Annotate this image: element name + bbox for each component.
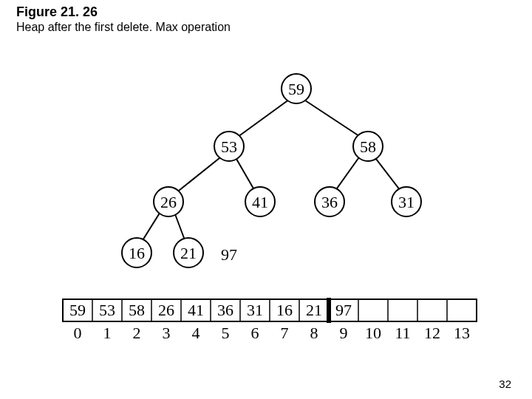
arr-index: 0 [74,324,82,342]
arr-index: 3 [163,324,171,342]
arr-cell: 41 [188,301,204,319]
arr-cell: 97 [335,301,352,319]
svg-line-5 [373,155,403,194]
arr-index: 8 [310,324,318,342]
arr-cell: 53 [99,301,115,319]
page-number: 32 [499,378,511,390]
arr-index: 13 [454,324,470,342]
node-6: 31 [392,187,421,216]
arr-index: 10 [365,324,381,342]
svg-line-0 [235,98,292,139]
node-value: 41 [252,193,268,211]
arr-index: 7 [281,324,289,342]
figure-caption: Heap after the first delete. Max operati… [16,21,231,34]
node-2: 58 [353,132,383,161]
arr-index: 4 [192,324,200,342]
node-value: 59 [288,80,304,98]
node-1: 53 [214,132,244,161]
arr-cell: 26 [158,301,174,319]
node-value: 58 [360,137,376,156]
arr-cell: 36 [217,301,233,319]
node-root: 59 [282,74,311,103]
node-4: 41 [245,187,275,216]
node-5: 36 [315,187,344,216]
node-value: 53 [221,137,237,156]
node-value: 21 [180,244,197,262]
arr-index: 9 [340,324,348,342]
arr-cell: 21 [306,301,322,319]
arr-index: 5 [222,324,230,342]
node-3: 26 [154,187,183,216]
arr-index: 12 [424,324,440,342]
arr-index: 1 [103,324,112,342]
svg-line-4 [333,155,361,194]
svg-line-1 [301,98,364,139]
node-8: 21 [174,238,203,267]
tree-nodes: 59 53 58 26 41 36 31 16 [122,74,421,267]
arr-index: 11 [395,324,410,342]
tree-edges [140,98,403,244]
svg-line-2 [175,155,223,194]
svg-line-3 [234,155,256,194]
node-value: 26 [160,193,177,211]
extra-value: 97 [221,245,237,264]
figure-label: Figure 21. 26 [16,4,98,20]
arr-index: 2 [133,324,141,342]
diagram-container: 59 53 58 26 41 36 31 16 [0,44,532,355]
array-table: 59 53 58 26 41 36 31 16 21 97 0 1 2 3 4 … [63,298,477,342]
node-value: 36 [321,193,338,211]
node-value: 16 [129,244,145,262]
arr-index: 6 [251,324,259,342]
arr-cell: 31 [247,301,263,319]
arr-cell: 58 [129,301,145,319]
heap-diagram: 59 53 58 26 41 36 31 16 [0,44,532,355]
arr-cell: 59 [69,301,86,319]
arr-cell: 16 [276,301,293,319]
node-value: 31 [398,193,415,211]
node-7: 16 [122,238,151,267]
